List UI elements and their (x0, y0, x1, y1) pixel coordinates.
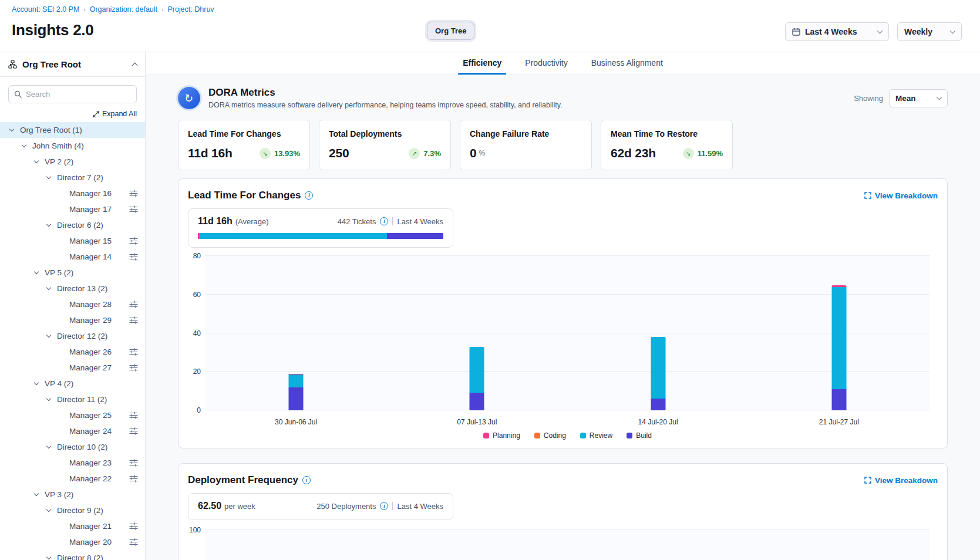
tree-item[interactable]: Manager 29 (0, 312, 145, 328)
filter-icon[interactable] (129, 522, 138, 530)
calendar-icon (792, 28, 800, 36)
tree-item[interactable]: Director 8 (2) (0, 550, 145, 560)
filter-icon[interactable] (129, 411, 138, 419)
bar-21-jul-27-jul[interactable] (831, 285, 846, 410)
org-tree-button[interactable]: Org Tree (427, 22, 474, 40)
granularity-select[interactable]: Weekly (897, 22, 962, 41)
y-axis-tick: 100 (189, 526, 201, 534)
tree-chevron-icon[interactable] (33, 494, 40, 495)
chart-legend: PlanningCodingReviewBuild (206, 431, 930, 440)
deployment-title: Deployment Frequency i (188, 474, 311, 486)
tab-efficiency[interactable]: Efficiency (462, 52, 503, 75)
tree-chevron-icon[interactable] (8, 129, 15, 131)
tree-item[interactable]: Director 12 (2) (0, 328, 145, 344)
y-axis-tick: 20 (193, 367, 201, 376)
tree-item[interactable]: Director 7 (2) (0, 170, 145, 185)
collapse-icon[interactable] (132, 63, 138, 69)
tree-item[interactable]: Manager 26 (0, 344, 145, 360)
tree-chevron-icon[interactable] (45, 399, 52, 400)
tree-item[interactable]: Manager 21 (0, 518, 145, 534)
expand-all-button[interactable]: Expand All (8, 110, 137, 118)
tree-chevron-icon[interactable] (45, 557, 52, 559)
tree-chevron-icon[interactable] (33, 161, 40, 163)
tree-item[interactable]: VP 5 (2) (0, 265, 145, 281)
filter-icon[interactable] (129, 475, 138, 483)
tree-chevron-icon[interactable] (45, 177, 52, 178)
filter-icon[interactable] (129, 253, 138, 261)
tree-item[interactable]: Manager 16 (0, 185, 145, 201)
tree-chevron-icon[interactable] (33, 383, 40, 384)
granularity-value: Weekly (904, 27, 932, 36)
filter-icon[interactable] (129, 427, 138, 435)
gridline (206, 255, 930, 256)
info-icon[interactable]: i (305, 191, 313, 200)
filter-icon[interactable] (129, 301, 138, 308)
tree-item[interactable]: VP 3 (2) (0, 487, 145, 502)
filter-icon[interactable] (129, 316, 138, 324)
filter-icon[interactable] (129, 348, 138, 356)
filter-icon[interactable] (129, 237, 138, 245)
tree-chevron-icon[interactable] (45, 224, 52, 226)
legend-item-review[interactable]: Review (580, 431, 612, 440)
tree-item[interactable]: VP 2 (2) (0, 154, 145, 170)
tree-chevron-icon[interactable] (45, 510, 52, 511)
showing-select[interactable]: Mean (889, 89, 948, 107)
x-axis-label: 07 Jul-13 Jul (457, 418, 497, 426)
bar-14-jul-20-jul[interactable] (651, 337, 665, 410)
tab-productivity[interactable]: Productivity (524, 52, 568, 75)
tree-item[interactable]: Manager 15 (0, 233, 145, 249)
info-icon[interactable]: i (302, 476, 311, 484)
view-breakdown-link[interactable]: View Breakdown (864, 476, 938, 485)
tree-chevron-icon[interactable] (45, 288, 52, 289)
tree-chevron-icon[interactable] (45, 446, 52, 448)
tree-item[interactable]: Manager 17 (0, 201, 145, 217)
x-axis-labels: 30 Jun-06 Jul07 Jul-13 Jul14 Jul-20 Jul2… (206, 410, 930, 429)
tree-item-label: Manager 16 (69, 189, 112, 198)
tree-item[interactable]: Director 13 (2) (0, 281, 145, 296)
legend-item-coding[interactable]: Coding (534, 431, 566, 440)
tree-item[interactable]: Manager 28 (0, 296, 145, 312)
filter-icon[interactable] (129, 190, 138, 197)
tree-item[interactable]: Director 11 (2) (0, 392, 145, 407)
tab-business-alignment[interactable]: Business Alignment (590, 52, 664, 75)
legend-item-planning[interactable]: Planning (483, 431, 520, 440)
search-input[interactable] (26, 90, 131, 99)
tree-item[interactable]: Manager 22 (0, 471, 145, 487)
tree-item-label: Manager 28 (69, 300, 112, 309)
info-icon[interactable]: i (380, 217, 388, 225)
tree-item[interactable]: Manager 24 (0, 423, 145, 439)
tree-item-label: Director 11 (57, 395, 95, 404)
breadcrumb-link[interactable]: Project: Dhruv (167, 5, 214, 14)
tree-chevron-icon[interactable] (21, 145, 28, 147)
tree-item-label: Manager 20 (69, 538, 112, 546)
filter-icon[interactable] (129, 205, 138, 213)
tree-item[interactable]: Org Tree Root (1) (0, 122, 145, 138)
info-icon[interactable]: i (380, 502, 388, 510)
breadcrumb-link[interactable]: Organization: default (90, 5, 157, 14)
filter-icon[interactable] (129, 364, 138, 372)
tree-item[interactable]: Director 9 (2) (0, 502, 145, 518)
tree-chevron-icon[interactable] (33, 272, 40, 274)
date-range-select[interactable]: Last 4 Weeks (785, 22, 889, 41)
sidebar-header[interactable]: Org Tree Root (0, 52, 145, 77)
tree-item[interactable]: Manager 20 (0, 534, 145, 550)
legend-item-build[interactable]: Build (627, 431, 652, 440)
bar-30-jun-06-jul[interactable] (289, 374, 304, 410)
tree-item[interactable]: Manager 25 (0, 407, 145, 423)
tree-item[interactable]: Manager 23 (0, 455, 145, 471)
filter-icon[interactable] (129, 538, 138, 546)
filter-icon[interactable] (129, 459, 138, 467)
tree-item[interactable]: VP 4 (2) (0, 376, 145, 392)
search-box[interactable] (8, 85, 137, 103)
metric-card-value: 0 (470, 146, 476, 160)
tree-item[interactable]: Director 6 (2) (0, 217, 145, 233)
tree-item[interactable]: John Smith (4) (0, 138, 145, 154)
breadcrumb-link[interactable]: Account: SEI 2.0 PM (12, 5, 79, 14)
org-tree-button-label: Org Tree (435, 26, 466, 35)
tree-item[interactable]: Manager 27 (0, 360, 145, 376)
bar-07-jul-13-jul[interactable] (470, 347, 484, 410)
tree-chevron-icon[interactable] (45, 335, 52, 337)
tree-item[interactable]: Director 10 (2) (0, 439, 145, 455)
tree-item[interactable]: Manager 14 (0, 249, 145, 265)
view-breakdown-link[interactable]: View Breakdown (864, 191, 938, 200)
